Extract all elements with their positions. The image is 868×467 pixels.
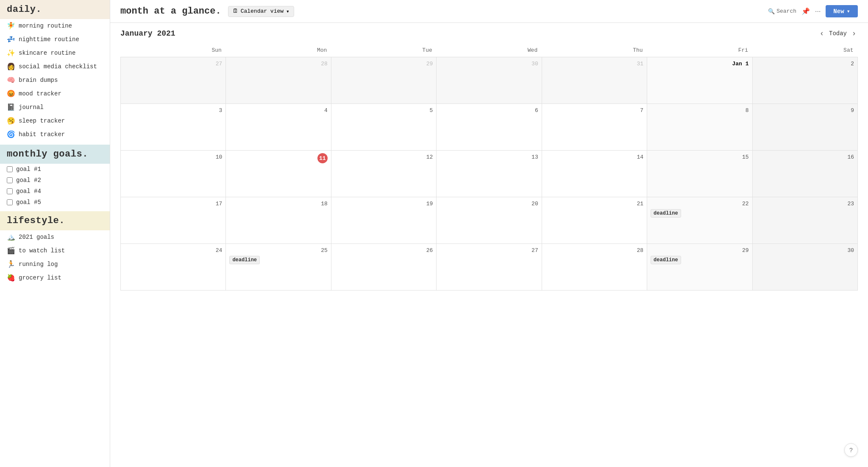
emoji-icon: 🏔️: [7, 233, 15, 241]
emoji-icon: 🎬: [7, 246, 15, 255]
search-icon: 🔍: [768, 8, 775, 15]
day-header: Mon: [226, 44, 331, 57]
sidebar-item-lifestyle[interactable]: 🏃running log: [0, 257, 110, 271]
goal-checkbox[interactable]: [7, 166, 13, 172]
calendar-day[interactable]: 29: [331, 57, 436, 104]
calendar-day[interactable]: 2: [752, 57, 857, 104]
day-number: 14: [637, 154, 644, 160]
goal-label: goal #5: [16, 199, 41, 206]
sidebar-item-daily[interactable]: 🌀habit tracker: [0, 128, 110, 141]
calendar-day[interactable]: 27: [121, 57, 226, 104]
emoji-icon: 📓: [7, 103, 15, 112]
sidebar-item-label: skincare routine: [19, 50, 75, 56]
day-number: 12: [426, 154, 433, 160]
calendar-day[interactable]: 22deadline: [647, 197, 752, 244]
calendar-day[interactable]: 14: [542, 151, 647, 197]
calendar-day[interactable]: 28: [542, 244, 647, 291]
calendar-icon: 🗓: [233, 8, 238, 14]
goal-checkbox[interactable]: [7, 199, 13, 205]
goal-checkbox[interactable]: [7, 188, 13, 194]
sidebar-monthly-header: monthly goals.: [0, 145, 110, 164]
calendar-day[interactable]: 5: [331, 104, 436, 151]
emoji-icon: ✨: [7, 49, 15, 57]
sidebar-item-daily[interactable]: 💤nighttime routine: [0, 33, 110, 46]
calendar-event[interactable]: deadline: [651, 256, 681, 264]
calendar-view-button[interactable]: 🗓 Calendar view ▾: [228, 6, 294, 17]
goal-item[interactable]: goal #1: [0, 164, 110, 175]
calendar-day[interactable]: 29deadline: [647, 244, 752, 291]
sidebar-item-daily[interactable]: 📓journal: [0, 101, 110, 114]
calendar-day[interactable]: 11: [226, 151, 331, 197]
calendar-day[interactable]: 9: [752, 104, 857, 151]
calendar-day[interactable]: 4: [226, 104, 331, 151]
calendar-day[interactable]: 12: [331, 151, 436, 197]
calendar-day[interactable]: 18: [226, 197, 331, 244]
calendar-day[interactable]: 17: [121, 197, 226, 244]
sidebar-lifestyle-header: lifestyle.: [0, 211, 110, 230]
day-number: 27: [216, 61, 223, 67]
day-number: 7: [640, 107, 643, 114]
calendar-day[interactable]: 10: [121, 151, 226, 197]
chevron-down-icon: ▾: [286, 8, 289, 15]
calendar-event[interactable]: deadline: [229, 256, 260, 264]
sidebar-item-daily[interactable]: ✨skincare routine: [0, 46, 110, 60]
calendar-day[interactable]: 24: [121, 244, 226, 291]
sidebar-item-lifestyle[interactable]: 🎬to watch list: [0, 244, 110, 257]
sidebar-daily-header: daily.: [0, 0, 110, 19]
sidebar-item-daily[interactable]: 👩social media checklist: [0, 60, 110, 73]
day-number: 28: [637, 247, 644, 254]
day-header: Sat: [752, 44, 857, 57]
goal-label: goal #2: [16, 177, 41, 184]
main-content: month at a glance. 🗓 Calendar view ▾ 🔍 S…: [110, 0, 868, 467]
calendar-day[interactable]: 8: [647, 104, 752, 151]
calendar-day[interactable]: 31: [542, 57, 647, 104]
calendar-view-label: Calendar view: [241, 8, 284, 14]
calendar-day[interactable]: 28: [226, 57, 331, 104]
sidebar-item-lifestyle[interactable]: 🏔️2021 goals: [0, 230, 110, 244]
sidebar-item-daily[interactable]: 🧚morning routine: [0, 19, 110, 33]
sidebar-item-lifestyle[interactable]: 🍓grocery list: [0, 271, 110, 285]
calendar-day[interactable]: 26: [331, 244, 436, 291]
calendar-day[interactable]: 20: [437, 197, 542, 244]
calendar-day[interactable]: 27: [437, 244, 542, 291]
goal-item[interactable]: goal #5: [0, 197, 110, 208]
next-month-button[interactable]: ›: [850, 28, 858, 39]
more-button[interactable]: ···: [815, 8, 821, 15]
goal-checkbox[interactable]: [7, 177, 13, 183]
sidebar-item-daily[interactable]: 😡mood tracker: [0, 87, 110, 101]
goal-label: goal #4: [16, 188, 41, 195]
calendar-day[interactable]: 16: [752, 151, 857, 197]
calendar-day[interactable]: 30: [437, 57, 542, 104]
day-number: 20: [531, 201, 538, 207]
calendar-day[interactable]: 19: [331, 197, 436, 244]
calendar-day[interactable]: 25deadline: [226, 244, 331, 291]
calendar-day[interactable]: 21: [542, 197, 647, 244]
search-button[interactable]: 🔍 Search: [768, 8, 796, 15]
new-button[interactable]: New ▾: [826, 5, 858, 17]
prev-month-button[interactable]: ‹: [818, 28, 826, 39]
sidebar-item-daily[interactable]: 🧠brain dumps: [0, 73, 110, 87]
calendar-day[interactable]: Jan 1: [647, 57, 752, 104]
sidebar-item-daily[interactable]: 🥱sleep tracker: [0, 114, 110, 128]
day-header: Sun: [121, 44, 226, 57]
pin-button[interactable]: 📌: [801, 7, 810, 15]
calendar-day[interactable]: 15: [647, 151, 752, 197]
day-number: 3: [219, 107, 223, 114]
day-number: 23: [847, 201, 854, 207]
day-number: 19: [426, 201, 433, 207]
calendar-event[interactable]: deadline: [651, 209, 681, 218]
calendar-day[interactable]: 6: [437, 104, 542, 151]
calendar-day[interactable]: 13: [437, 151, 542, 197]
calendar-day[interactable]: 23: [752, 197, 857, 244]
page-title: month at a glance.: [120, 6, 221, 17]
calendar-day[interactable]: 3: [121, 104, 226, 151]
calendar-day[interactable]: 7: [542, 104, 647, 151]
goal-item[interactable]: goal #2: [0, 175, 110, 186]
goal-item[interactable]: goal #4: [0, 186, 110, 197]
new-label: New: [833, 8, 844, 15]
today-button[interactable]: Today: [829, 30, 847, 37]
day-number: 8: [746, 107, 749, 114]
sidebar-item-label: morning routine: [19, 22, 72, 29]
calendar-day[interactable]: 30: [752, 244, 857, 291]
help-button[interactable]: ?: [844, 443, 858, 457]
